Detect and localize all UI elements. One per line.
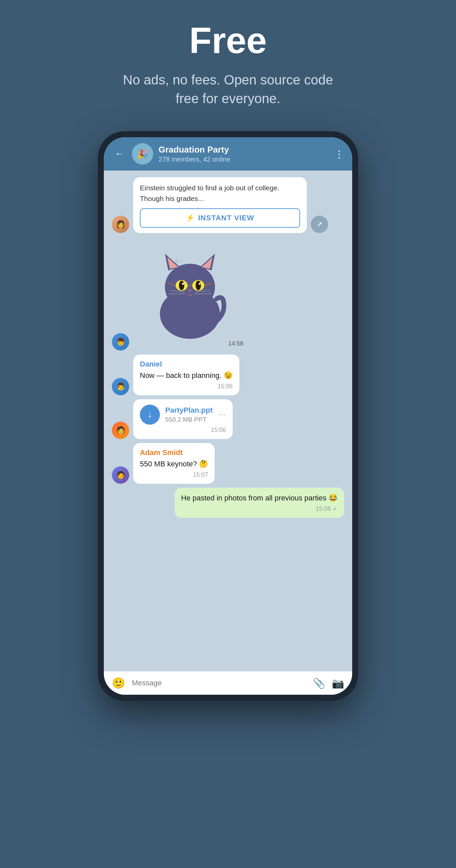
daniel-avatar: 👨: [112, 378, 129, 395]
chat-name: Graduation Party: [158, 145, 329, 155]
chat-header: ← 🎉 Graduation Party 278 members, 42 onl…: [104, 137, 352, 170]
article-bubble: Einstein struggled to find a job out of …: [133, 177, 307, 233]
instant-view-label: INSTANT VIEW: [198, 214, 254, 222]
header-menu-button[interactable]: ⋮: [334, 148, 344, 160]
outgoing-message-time: 15:08: [181, 505, 337, 513]
camera-button[interactable]: 📷: [332, 677, 344, 689]
daniel-message-row: 👨 Daniel Now — back to planning. 😉 15:06: [112, 354, 344, 395]
outgoing-bubble: He pasted in photos from all previous pa…: [175, 488, 344, 518]
back-button[interactable]: ←: [112, 147, 126, 161]
phone-mockup: ← 🎉 Graduation Party 278 members, 42 onl…: [98, 131, 358, 701]
file-download-button[interactable]: ↓: [140, 405, 160, 425]
adam-message-time: 15:07: [140, 471, 208, 478]
chat-meta: 278 members, 42 online: [158, 156, 329, 163]
file-message-row: 🧑 ↓ PartyPlan.ppt 550.2 MB PPT ⋯ 15:06: [112, 399, 344, 439]
adam-avatar: 🧑: [112, 466, 129, 484]
hero-title: Free: [189, 20, 267, 60]
cat-sticker: [133, 237, 247, 350]
share-button[interactable]: ↗: [311, 216, 328, 233]
hero-subtitle: No ads, no fees. Open source code free f…: [111, 70, 345, 108]
file-size: 550.2 MB PPT: [165, 416, 213, 423]
svg-point-10: [182, 283, 184, 285]
chat-info: Graduation Party 278 members, 42 online: [158, 145, 329, 163]
file-message-time: 15:06: [140, 427, 226, 434]
file-name: PartyPlan.ppt: [165, 406, 213, 415]
adam-message-row: 🧑 Adam Smidt 550 MB keynote? 🤔 15:07: [112, 443, 344, 484]
file-row: ↓ PartyPlan.ppt 550.2 MB PPT ⋯: [140, 405, 226, 425]
chat-input-bar: 🙂 📎 📷: [104, 671, 352, 695]
cat-sticker-svg: [150, 247, 230, 341]
article-preview-text: Einstein struggled to find a job out of …: [140, 183, 300, 204]
daniel-message-text: Now — back to planning. 😉: [140, 371, 233, 381]
file-info: PartyPlan.ppt 550.2 MB PPT: [165, 406, 213, 423]
daniel-message-time: 15:06: [140, 383, 233, 390]
adam-message-text: 550 MB keynote? 🤔: [140, 459, 208, 469]
sticker-container: A = V = l² P = 2πr A = πr² s = √(r² + h²…: [133, 237, 247, 350]
attach-button[interactable]: 📎: [313, 677, 325, 689]
adam-sender-name: Adam Smidt: [140, 448, 208, 457]
file-menu-button[interactable]: ⋯: [218, 410, 226, 419]
sticker-row: 👦 A = V = l² P = 2πr A = πr² s = √(r² + …: [112, 237, 344, 350]
emoji-button[interactable]: 🙂: [112, 677, 125, 689]
adam-bubble: Adam Smidt 550 MB keynote? 🤔 15:07: [133, 443, 215, 484]
svg-point-8: [179, 281, 184, 290]
article-sender-avatar: 👩: [112, 216, 129, 233]
file-bubble: ↓ PartyPlan.ppt 550.2 MB PPT ⋯ 15:06: [133, 399, 233, 439]
daniel-bubble: Daniel Now — back to planning. 😉 15:06: [133, 354, 239, 395]
outgoing-message-text: He pasted in photos from all previous pa…: [181, 493, 337, 503]
chat-body: 👩 Einstein struggled to find a job out o…: [104, 170, 352, 671]
svg-point-11: [199, 283, 201, 285]
bolt-icon: ⚡: [186, 214, 194, 222]
file-sender-avatar: 🧑: [112, 422, 129, 439]
instant-view-button[interactable]: ⚡ INSTANT VIEW: [140, 208, 300, 228]
group-avatar: 🎉: [132, 143, 153, 164]
message-input[interactable]: [132, 679, 306, 687]
article-message-row: 👩 Einstein struggled to find a job out o…: [112, 177, 344, 233]
daniel-sender-name: Daniel: [140, 360, 233, 369]
outgoing-message-row: He pasted in photos from all previous pa…: [112, 488, 344, 518]
svg-point-9: [195, 281, 201, 290]
svg-point-1: [165, 264, 215, 310]
sticker-sender-avatar: 👦: [112, 333, 129, 350]
